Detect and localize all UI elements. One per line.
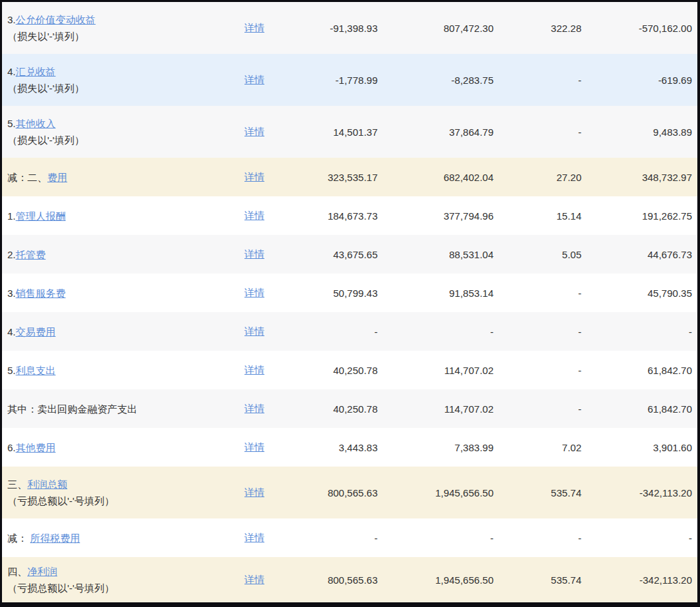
row-item-link[interactable]: 销售服务费 (16, 288, 66, 299)
value-cell: 88,531.04 (378, 249, 494, 260)
detail-link[interactable]: 详情 (244, 487, 264, 498)
detail-link[interactable]: 详情 (244, 287, 264, 298)
value-cell: 800,565.63 (278, 574, 378, 586)
row-label-prefix: 减： (7, 532, 30, 544)
detail-link[interactable]: 详情 (244, 210, 264, 221)
row-label-prefix: 5. (7, 118, 16, 129)
detail-link[interactable]: 详情 (244, 364, 264, 375)
value-cell: 377,794.96 (378, 210, 494, 222)
row-label-line: 减： 所得税费用 (7, 530, 236, 546)
row-label-line: 3.销售服务费 (7, 285, 236, 302)
detail-link[interactable]: 详情 (244, 74, 264, 85)
income-statement-table: 3.公允价值变动收益（损失以'-'填列）详情-91,398.93807,472.… (0, 0, 700, 607)
value-cell: 323,535.17 (278, 172, 378, 183)
value-cell: 40,250.78 (278, 365, 378, 376)
value-cell: 348,732.97 (581, 172, 697, 183)
value-cell: 43,675.65 (278, 249, 378, 260)
row-item-link[interactable]: 其他费用 (16, 442, 56, 453)
value-cell: -1,778.99 (278, 75, 378, 86)
row-label-prefix: 4. (7, 326, 16, 337)
row-label: 1.管理人报酬 (2, 208, 236, 224)
row-label-line: 2.托管费 (7, 246, 236, 263)
detail-cell: 详情 (236, 126, 278, 138)
row-item-link[interactable]: 其他收入 (16, 118, 56, 129)
value-cell: - (581, 532, 697, 544)
table-row: 减：二、费用详情323,535.17682,402.0427.20348,732… (2, 158, 697, 196)
table-row: 1.管理人报酬详情184,673.73377,794.9615.14191,26… (2, 196, 697, 235)
detail-link[interactable]: 详情 (244, 126, 264, 137)
detail-cell: 详情 (236, 487, 278, 499)
table-row: 3.公允价值变动收益（损失以'-'填列）详情-91,398.93807,472.… (2, 2, 697, 54)
row-label-line: 1.管理人报酬 (7, 208, 236, 224)
value-cell: 3,443.83 (278, 442, 378, 453)
detail-link[interactable]: 详情 (244, 22, 264, 33)
row-label: 5.其他收入（损失以'-'填列） (2, 115, 236, 148)
value-cell: - (278, 326, 378, 337)
table-row: 3.销售服务费详情50,799.4391,853.14-45,790.35 (2, 274, 697, 312)
detail-cell: 详情 (236, 364, 278, 377)
row-label: 5.利息支出 (2, 362, 236, 379)
value-cell: 15.14 (494, 210, 581, 222)
value-cell: 44,676.73 (581, 249, 697, 260)
detail-cell: 详情 (236, 22, 278, 35)
value-cell: - (278, 532, 378, 544)
row-label: 2.托管费 (2, 246, 236, 263)
row-label-note: （损失以'-'填列） (7, 28, 236, 45)
detail-link[interactable]: 详情 (244, 532, 264, 543)
value-cell: 1,945,656.50 (378, 574, 494, 586)
row-item-link[interactable]: 公允价值变动收益 (16, 14, 96, 25)
row-label-prefix: 6. (7, 442, 16, 453)
row-label: 减：二、费用 (2, 169, 236, 186)
row-label-prefix: 三、 (7, 479, 27, 490)
row-label-prefix: 3. (7, 288, 16, 299)
table-row: 2.托管费详情43,675.6588,531.045.0544,676.73 (2, 235, 697, 274)
table-row: 6.其他费用详情3,443.837,383.997.023,901.60 (2, 428, 697, 467)
row-label-note: （损失以'-'填列） (7, 80, 236, 97)
detail-cell: 详情 (236, 574, 278, 586)
detail-cell: 详情 (236, 325, 278, 338)
value-cell: 61,842.70 (581, 403, 697, 415)
row-label-note: （亏损总额以'-'号填列） (7, 580, 236, 596)
value-cell: 27.20 (494, 172, 581, 183)
row-label: 其中：卖出回购金融资产支出 (2, 401, 236, 417)
value-cell: 91,853.14 (378, 288, 494, 299)
row-label-line: 6.其他费用 (7, 439, 236, 456)
value-cell: 114,707.02 (378, 403, 494, 415)
row-label-line: 三、利润总额 (7, 476, 236, 493)
value-cell: - (494, 403, 581, 415)
row-item-link[interactable]: 净利润 (27, 566, 57, 577)
value-cell: -342,113.20 (581, 487, 697, 499)
detail-link[interactable]: 详情 (244, 403, 264, 414)
value-cell: - (581, 326, 697, 337)
value-cell: -619.69 (581, 75, 697, 86)
row-item-link[interactable]: 利息支出 (16, 365, 56, 376)
value-cell: - (378, 326, 494, 337)
row-item-link[interactable]: 汇兑收益 (16, 66, 56, 77)
value-cell: 191,262.75 (581, 210, 697, 222)
value-cell: - (494, 365, 581, 376)
value-cell: 45,790.35 (581, 288, 697, 299)
row-label: 4.汇兑收益（损失以'-'填列） (2, 63, 236, 97)
detail-link[interactable]: 详情 (244, 441, 264, 453)
row-item-link[interactable]: 托管费 (16, 249, 46, 260)
value-cell: 535.74 (494, 487, 581, 499)
detail-link[interactable]: 详情 (244, 574, 264, 585)
detail-cell: 详情 (236, 74, 278, 87)
row-item-link[interactable]: 所得税费用 (30, 532, 80, 544)
row-label: 3.公允价值变动收益（损失以'-'填列） (2, 11, 236, 45)
detail-cell: 详情 (236, 287, 278, 300)
row-item-link[interactable]: 管理人报酬 (16, 210, 66, 222)
detail-link[interactable]: 详情 (244, 248, 264, 260)
row-label-prefix: 减：二、 (7, 172, 47, 183)
detail-link[interactable]: 详情 (244, 325, 264, 337)
table-row: 减： 所得税费用详情---- (2, 518, 697, 557)
value-cell: 5.05 (494, 249, 581, 260)
row-label-line: 其中：卖出回购金融资产支出 (7, 401, 236, 417)
row-item-link[interactable]: 利润总额 (27, 479, 67, 490)
value-cell: 40,250.78 (278, 403, 378, 415)
row-item-link[interactable]: 交易费用 (16, 326, 56, 337)
table-row: 4.汇兑收益（损失以'-'填列）详情-1,778.99-8,283.75--61… (2, 54, 697, 106)
detail-link[interactable]: 详情 (244, 171, 264, 182)
value-cell: - (494, 288, 581, 299)
row-item-link[interactable]: 费用 (47, 172, 67, 183)
